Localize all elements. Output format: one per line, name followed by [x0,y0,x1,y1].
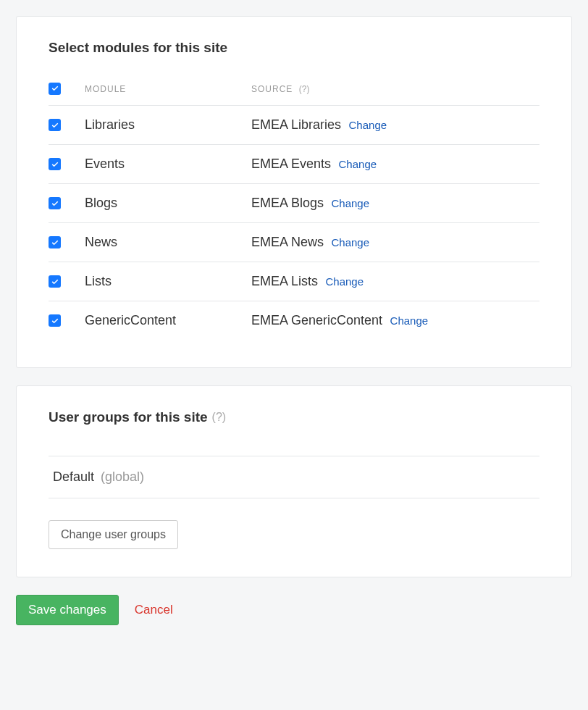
user-groups-title-text: User groups for this site [49,409,208,425]
source-name: EMEA News [251,235,324,249]
user-groups-panel: User groups for this site (?) Default (g… [16,385,572,577]
module-column-header: MODULE [85,84,126,94]
module-checkbox[interactable] [49,119,61,131]
check-icon [51,238,59,247]
module-checkbox[interactable] [49,197,61,209]
user-group-scope: (global) [101,469,144,484]
source-name: EMEA Libraries [251,117,341,132]
cancel-link[interactable]: Cancel [135,603,173,617]
help-icon[interactable]: (?) [212,411,227,424]
table-row: Libraries EMEA Libraries Change [49,106,539,145]
user-group-row: Default (global) [49,456,539,498]
check-icon [51,84,59,93]
table-row: News EMEA News Change [49,223,539,262]
module-checkbox[interactable] [49,158,61,170]
change-source-link[interactable]: Change [390,314,429,327]
change-user-groups-button[interactable]: Change user groups [49,520,178,549]
modules-table-header: MODULE SOURCE (?) [49,82,539,106]
user-group-name: Default [53,469,94,484]
user-groups-title: User groups for this site (?) [49,409,539,425]
module-name: Lists [85,274,112,288]
help-icon[interactable]: (?) [299,84,310,94]
source-name: EMEA Lists [251,274,318,288]
module-name: News [85,235,117,249]
module-checkbox[interactable] [49,236,61,248]
change-source-link[interactable]: Change [332,197,370,209]
save-button[interactable]: Save changes [16,595,119,625]
modules-panel-title: Select modules for this site [49,40,539,56]
change-source-link[interactable]: Change [325,275,364,288]
change-source-link[interactable]: Change [331,236,369,248]
module-name: Events [85,156,125,171]
source-name: EMEA Events [251,156,331,171]
check-icon [51,160,59,169]
modules-panel: Select modules for this site MODULE SOUR… [16,16,572,368]
change-source-link[interactable]: Change [339,158,377,170]
select-all-checkbox[interactable] [49,83,61,95]
action-bar: Save changes Cancel [16,595,572,625]
check-icon [51,199,59,208]
source-column-header: SOURCE [251,84,293,94]
table-row: GenericContent EMEA GenericContent Chang… [49,301,539,340]
module-name: Blogs [85,196,117,210]
check-icon [51,121,59,130]
check-icon [51,277,59,286]
check-icon [51,317,59,325]
table-row: Events EMEA Events Change [49,145,539,184]
table-row: Lists EMEA Lists Change [49,262,539,301]
module-checkbox[interactable] [49,275,61,288]
module-checkbox[interactable] [49,314,61,327]
table-row: Blogs EMEA Blogs Change [49,184,539,223]
source-name: EMEA GenericContent [251,313,382,327]
module-name: Libraries [85,117,135,132]
module-name: GenericContent [85,313,176,327]
change-source-link[interactable]: Change [349,119,387,131]
modules-table: MODULE SOURCE (?) Libraries EMEA Librari… [49,82,539,340]
source-name: EMEA Blogs [251,196,324,210]
